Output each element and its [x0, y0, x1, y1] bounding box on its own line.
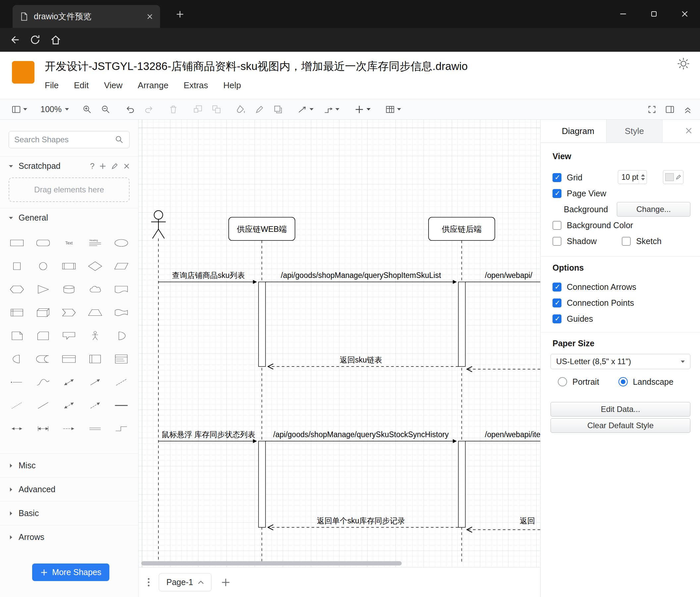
sketch-checkbox[interactable] [622, 237, 631, 246]
shape-circle-icon[interactable] [30, 255, 56, 278]
scratchpad-edit-icon[interactable] [111, 163, 118, 170]
shape-directional-connector-icon[interactable] [82, 394, 108, 417]
participant-backend[interactable]: 供应链后端 [429, 217, 495, 240]
horizontal-scrollbar-thumb[interactable] [141, 561, 402, 566]
shape-dimension-icon[interactable] [30, 417, 56, 440]
shape-rectangle-icon[interactable] [4, 231, 30, 255]
connection-points-checkbox[interactable] [552, 298, 561, 307]
shape-document-icon[interactable] [108, 278, 134, 301]
shadow-checkbox[interactable] [552, 237, 561, 246]
table-button[interactable] [385, 104, 401, 114]
refresh-icon[interactable] [29, 34, 41, 46]
shape-list-item-icon[interactable] [4, 371, 30, 394]
shape-actor-icon[interactable] [82, 324, 108, 347]
menu-edit[interactable]: Edit [74, 80, 89, 91]
zoom-level-select[interactable]: 100% [41, 104, 69, 114]
theme-toggle-sun-icon[interactable] [677, 57, 690, 70]
paper-size-select[interactable]: US-Letter (8,5" x 11") [551, 354, 691, 369]
home-icon[interactable] [50, 34, 61, 46]
shape-step-icon[interactable] [56, 301, 82, 324]
participant-web[interactable]: 供应链WEB端 [229, 217, 295, 240]
shape-diamond-icon[interactable] [82, 255, 108, 278]
window-minimize-button[interactable] [607, 0, 639, 28]
portrait-radio[interactable] [558, 377, 567, 386]
search-shapes-input[interactable]: Search Shapes [9, 131, 130, 148]
shape-cloud-icon[interactable] [82, 278, 108, 301]
edit-data-button[interactable]: Edit Data... [551, 402, 691, 416]
shape-callout-icon[interactable] [56, 324, 82, 347]
zoom-in-button[interactable] [82, 104, 92, 114]
shape-rounded-rectangle-icon[interactable] [30, 231, 56, 255]
shape-horizontal-elbow-icon[interactable] [108, 417, 134, 440]
connection-style-button[interactable] [298, 104, 314, 114]
shape-tape-icon[interactable] [108, 301, 134, 324]
shape-link-icon[interactable] [82, 417, 108, 440]
background-change-button[interactable]: Change... [617, 202, 691, 217]
background-color-checkbox[interactable] [552, 221, 561, 230]
shape-dashed-line-icon[interactable] [108, 371, 134, 394]
grid-checkbox[interactable] [552, 173, 561, 182]
shape-note-icon[interactable] [4, 324, 30, 347]
shadow-button[interactable] [273, 104, 283, 114]
shape-curve-icon[interactable] [30, 371, 56, 394]
shape-list-icon[interactable] [108, 347, 134, 371]
shape-bidirectional-arrow-icon[interactable] [56, 371, 82, 394]
page-view-toggle[interactable] [11, 104, 27, 114]
insert-button[interactable] [354, 104, 371, 115]
shape-parallelogram-icon[interactable] [108, 255, 134, 278]
add-page-icon[interactable] [221, 577, 231, 588]
fullscreen-icon[interactable] [647, 104, 657, 114]
section-misc[interactable]: Misc [0, 453, 138, 477]
menu-extras[interactable]: Extras [184, 80, 208, 91]
shape-data-storage-icon[interactable] [30, 347, 56, 371]
pages-menu-icon[interactable] [148, 578, 149, 587]
shape-horizontal-bidirectional-arrow-icon[interactable] [4, 417, 30, 440]
collapse-toolbar-icon[interactable] [683, 104, 693, 114]
actor-figure[interactable] [151, 211, 166, 238]
shape-internal-storage-icon[interactable] [4, 301, 30, 324]
shape-hexagon-icon[interactable] [4, 278, 30, 301]
shape-triangle-icon[interactable] [30, 278, 56, 301]
shape-dotted-line-icon[interactable] [4, 394, 30, 417]
redo-button[interactable] [144, 104, 154, 114]
fill-color-button[interactable] [236, 104, 246, 114]
menu-arrange[interactable]: Arrange [138, 80, 169, 91]
message-arrows[interactable] [158, 282, 540, 530]
waypoints-button[interactable] [324, 104, 340, 114]
page-view-checkbox[interactable] [552, 189, 561, 198]
diagram-canvas[interactable]: 供应链WEB端 供应链后端 [139, 120, 540, 567]
zoom-out-button[interactable] [101, 104, 111, 114]
shape-cube-icon[interactable] [30, 301, 56, 324]
shape-square-icon[interactable] [4, 255, 30, 278]
shape-line-icon[interactable] [30, 394, 56, 417]
scratchpad-help-icon[interactable]: ? [90, 162, 95, 171]
shape-card-icon[interactable] [30, 324, 56, 347]
grid-size-spinner[interactable]: 10 pt [618, 170, 647, 184]
page-tab[interactable]: Page-1 [159, 573, 211, 591]
shape-cylinder-icon[interactable] [56, 278, 82, 301]
scratchpad-dropzone[interactable]: Drag elements here [9, 177, 130, 202]
shape-textbox-icon[interactable]: Heading [82, 231, 108, 255]
horizontal-scrollbar[interactable] [139, 561, 540, 566]
tab-style[interactable]: Style [606, 120, 662, 143]
delete-button[interactable] [168, 104, 178, 114]
scratchpad-close-icon[interactable] [123, 163, 130, 170]
grid-color-picker[interactable] [663, 170, 683, 184]
shape-and-icon[interactable] [4, 347, 30, 371]
shape-dashed-arrow-icon[interactable] [56, 417, 82, 440]
tab-close-icon[interactable] [146, 13, 153, 20]
shape-vertical-container-icon[interactable] [82, 347, 108, 371]
section-basic[interactable]: Basic [0, 501, 138, 525]
shape-horizontal-line-icon[interactable] [108, 394, 134, 417]
shape-container-icon[interactable] [56, 347, 82, 371]
shape-trapezoid-icon[interactable] [82, 301, 108, 324]
shape-bidirectional-connector-icon[interactable] [56, 394, 82, 417]
spinner-arrows[interactable] [639, 170, 647, 184]
menu-file[interactable]: File [45, 80, 59, 91]
window-close-button[interactable] [669, 0, 700, 28]
browser-tab[interactable]: drawio文件预览 [12, 5, 160, 28]
new-tab-icon[interactable] [176, 10, 184, 19]
landscape-radio[interactable] [619, 377, 628, 386]
more-shapes-button[interactable]: More Shapes [32, 564, 109, 581]
line-color-button[interactable] [254, 104, 265, 114]
